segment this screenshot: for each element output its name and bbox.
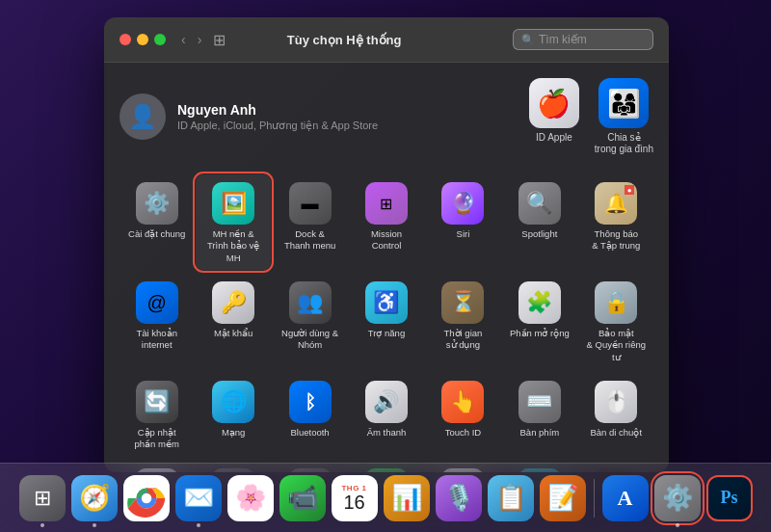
photos-icon: 🌸: [227, 475, 274, 521]
setting-privacy[interactable]: 🔒 Bảo mật& Quyền riêng tư: [579, 274, 653, 369]
dock-calendar[interactable]: THG 1 16: [332, 475, 378, 521]
search-icon: 🔍: [521, 34, 535, 46]
apple-id-icon-box: 🍎: [529, 78, 579, 128]
dock-launchpad[interactable]: ⊞: [19, 475, 66, 521]
dock-mail[interactable]: ✉️: [175, 475, 222, 521]
setting-spotlight[interactable]: 🔍 Spotlight: [502, 174, 576, 270]
setting-touch-id[interactable]: 👆 Touch ID: [426, 373, 500, 457]
setting-accessibility[interactable]: ♿ Trợ năng: [349, 274, 423, 369]
family-sharing-label: Chia sẻtrong gia đình: [595, 132, 653, 155]
setting-general[interactable]: ⚙️ Cài đặt chung: [120, 174, 194, 270]
system-preferences-window: ‹ › ⊞ Tùy chọn Hệ thống 🔍 👤 Nguyen Anh I…: [104, 17, 669, 472]
family-sharing-icon-item[interactable]: 👨‍👩‍👧 Chia sẻtrong gia đình: [595, 78, 653, 155]
dock-appstore[interactable]: A: [602, 475, 649, 521]
pages-icon: 📝: [540, 475, 586, 521]
search-input[interactable]: [539, 33, 645, 46]
dock-facetime[interactable]: 📹: [279, 475, 326, 521]
siri-icon: 🔮: [441, 182, 484, 225]
spotlight-label: Spotlight: [521, 228, 557, 240]
users-label: Người dùng &Nhóm: [281, 328, 338, 352]
network-label: Mạng: [222, 427, 245, 439]
dock-present[interactable]: 📋: [488, 475, 534, 521]
setting-siri[interactable]: 🔮 Siri: [426, 174, 500, 270]
settings-grid: ⚙️ Cài đặt chung 🖼️ MH nền &Trình bảo vệ…: [120, 174, 653, 472]
touch-id-label: Touch ID: [445, 427, 482, 439]
dock: ⊞ 🧭 ✉️ 🌸 📹 THG: [0, 463, 771, 532]
ps-label: Ps: [721, 488, 738, 508]
setting-passwords[interactable]: 🔑 Mật khẩu: [196, 274, 270, 369]
privacy-label: Bảo mật& Quyền riêng tư: [583, 328, 650, 363]
sound-icon: 🔊: [365, 381, 408, 423]
setting-dock[interactable]: ▬ Dock &Thanh menu: [273, 174, 347, 270]
accessibility-label: Trợ năng: [368, 328, 405, 339]
dock-photos[interactable]: 🌸: [227, 475, 274, 521]
system-prefs-dock-icon: ⚙️: [654, 475, 701, 521]
chrome-icon: [123, 475, 170, 521]
launchpad-dot: [40, 523, 44, 527]
trackpad-icon: 🖱️: [595, 381, 637, 423]
dock-chrome[interactable]: [123, 475, 170, 521]
dock-pages[interactable]: 📝: [540, 475, 586, 521]
present-icon: 📋: [488, 475, 534, 521]
keyboard-icon: ⌨️: [518, 381, 561, 423]
maximize-button[interactable]: [154, 34, 166, 45]
internet-accounts-icon: @: [136, 281, 178, 324]
user-info: Nguyen Anh ID Apple, iCloud, Phương tiện…: [177, 102, 518, 132]
avatar: 👤: [120, 93, 166, 140]
safari-dot: [93, 523, 96, 527]
search-bar[interactable]: 🔍: [513, 29, 653, 50]
keynote-icon: 📊: [384, 475, 430, 521]
dock-podcasts[interactable]: 🎙️: [436, 475, 482, 521]
dock-label: Dock &Thanh menu: [284, 228, 335, 253]
network-icon: 🌐: [212, 381, 254, 423]
system-prefs-dot: [676, 523, 679, 527]
setting-users[interactable]: 👥 Người dùng &Nhóm: [273, 274, 347, 369]
setting-internet-accounts[interactable]: @ Tài khoảninternet: [120, 274, 194, 369]
setting-keyboard[interactable]: ⌨️ Bàn phím: [502, 373, 576, 457]
dock-separator: [594, 479, 595, 518]
mission-control-label: MissionControl: [371, 228, 402, 253]
apple-id-icon-item[interactable]: 🍎 ID Apple: [529, 78, 579, 155]
launchpad-icon: ⊞: [19, 475, 66, 521]
setting-wallpaper[interactable]: 🖼️ MH nền &Trình bảo vệ MH: [196, 174, 270, 270]
minimize-button[interactable]: [137, 34, 148, 45]
dock-system-prefs[interactable]: ⚙️: [654, 475, 701, 521]
svg-point-1: [141, 492, 151, 503]
setting-trackpad[interactable]: 🖱️ Bàn di chuột: [579, 373, 653, 457]
software-update-icon: 🔄: [136, 381, 178, 423]
general-icon: ⚙️: [136, 182, 178, 225]
family-sharing-icon-box: 👨‍👩‍👧: [598, 78, 649, 128]
mail-dot: [197, 523, 200, 527]
facetime-icon: 📹: [279, 475, 326, 521]
mail-icon: ✉️: [175, 475, 222, 521]
accessibility-icon: ♿: [365, 281, 408, 324]
dock-photoshop[interactable]: Ps: [706, 475, 753, 521]
close-button[interactable]: [120, 34, 131, 45]
setting-network[interactable]: 🌐 Mạng: [196, 373, 270, 457]
profile-quick-icons: 🍎 ID Apple 👨‍👩‍👧 Chia sẻtrong gia đình: [529, 78, 653, 155]
setting-bluetooth[interactable]: ᛒ Bluetooth: [273, 373, 347, 457]
user-subtitle: ID Apple, iCloud, Phương tiện & App Stor…: [177, 120, 518, 132]
privacy-icon: 🔒: [595, 281, 637, 324]
internet-accounts-label: Tài khoảninternet: [136, 328, 176, 352]
traffic-lights: [120, 34, 166, 45]
notifications-icon: 🔔 ●: [595, 182, 637, 225]
wallpaper-label: MH nền &Trình bảo vệ MH: [199, 228, 266, 264]
setting-sound[interactable]: 🔊 Âm thanh: [349, 373, 423, 457]
mission-control-icon: ⊞: [365, 182, 408, 225]
setting-screentime[interactable]: ⏳ Thời giansử dụng: [426, 274, 500, 369]
bluetooth-icon: ᛒ: [289, 381, 332, 423]
profile-row: 👤 Nguyen Anh ID Apple, iCloud, Phương ti…: [120, 78, 653, 155]
setting-mission-control[interactable]: ⊞ MissionControl: [349, 174, 423, 270]
screentime-icon: ⏳: [441, 281, 484, 324]
appstore-icon: A: [602, 475, 649, 521]
dock-keynote[interactable]: 📊: [384, 475, 430, 521]
sound-label: Âm thanh: [367, 427, 407, 439]
dock-safari[interactable]: 🧭: [71, 475, 118, 521]
trackpad-label: Bàn di chuột: [591, 427, 643, 439]
wallpaper-icon: 🖼️: [212, 182, 254, 225]
extensions-label: Phần mở rộng: [510, 328, 570, 339]
setting-notifications[interactable]: 🔔 ● Thông báo& Tập trung: [579, 174, 653, 270]
setting-extensions[interactable]: 🧩 Phần mở rộng: [502, 274, 576, 369]
setting-software-update[interactable]: 🔄 Cập nhậtphần mềm: [120, 373, 194, 457]
